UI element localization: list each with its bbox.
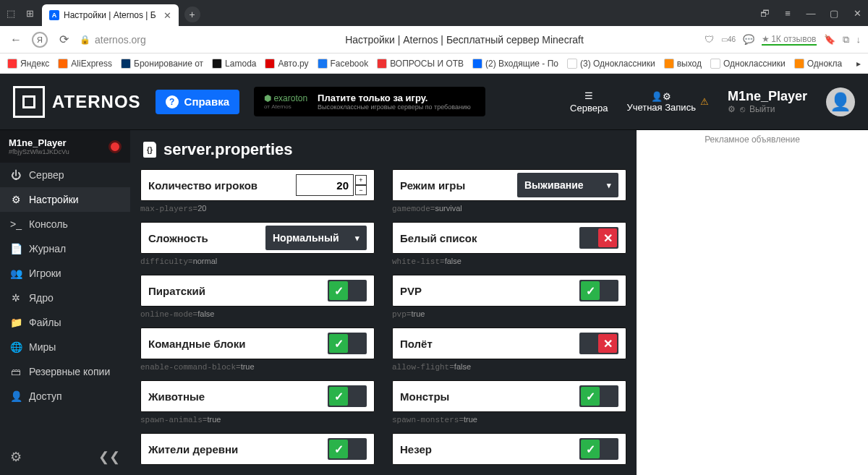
tab-favicon: A (49, 10, 59, 20)
sidebar-item-label: Сервер (29, 169, 64, 181)
address-bar[interactable]: 🔒 aternos.org (80, 34, 224, 46)
bookmark-item[interactable]: (2) Входящие - По (472, 59, 558, 69)
sidebar-item[interactable]: ✲Ядро (0, 286, 130, 310)
property: Количество игроков +−max-players=20 (140, 169, 375, 213)
sidebar-item[interactable]: 🌐Миры (0, 335, 130, 359)
server-icon: ☰ (584, 90, 593, 101)
toggle[interactable]: ✓ (328, 280, 367, 301)
promo-banner[interactable]: ⬢ exaroton от Aternos Платите только за … (254, 87, 485, 116)
url-text: aternos.org (95, 34, 146, 46)
brand-name: ATERNOS (52, 92, 141, 112)
question-icon: ? (166, 95, 179, 108)
window-add-icon[interactable]: ⊞ (23, 7, 36, 20)
restore-icon[interactable]: 🗗 (758, 7, 771, 20)
toggle[interactable]: ✕ (579, 227, 618, 249)
bookmark-item[interactable]: Бронирование от (121, 59, 203, 69)
bookmarks-overflow-icon[interactable]: ▸ (856, 59, 861, 69)
property-code: allow-flight=false (392, 362, 626, 372)
window-icon[interactable]: ⬚ (4, 7, 17, 20)
property-code: max-players=20 (140, 204, 375, 213)
bookmark-item[interactable]: (3) Одноклассники (567, 59, 655, 69)
bookmark-item[interactable]: AliExpress (58, 59, 112, 69)
sidebar-item-icon: ✲ (10, 292, 22, 304)
status-dot-icon[interactable] (109, 140, 122, 153)
sidebar-item[interactable]: 📁Файлы (0, 310, 130, 335)
sidebar-item[interactable]: 👤Доступ (0, 384, 130, 408)
property: Полёт✕allow-flight=false (392, 328, 626, 372)
close-window-icon[interactable]: ✕ (851, 7, 864, 20)
sidebar-item[interactable]: ⚙Настройки (0, 187, 130, 212)
browser-tab[interactable]: A Настройки | Aternos | Б ✕ (42, 4, 179, 26)
username: M1ne_Player (728, 89, 807, 104)
home-button[interactable]: Я (32, 32, 48, 48)
property-code: gamemode=survival (392, 204, 626, 213)
maximize-icon[interactable]: ▢ (827, 7, 841, 20)
download-icon[interactable]: ↓ (856, 34, 861, 45)
help-button[interactable]: ? Справка (156, 90, 239, 114)
shield-icon[interactable]: 🛡 (705, 34, 714, 45)
sidebar-item-label: Ядро (29, 292, 54, 304)
ad-label: Рекламное объявление (705, 134, 800, 145)
settings-icon[interactable]: ⚙ (10, 449, 22, 465)
tab-close-icon[interactable]: ✕ (163, 10, 171, 21)
bookmark-item[interactable]: Яндекс (7, 59, 49, 69)
bookmark-item[interactable]: Авто.ру (265, 59, 308, 69)
sidebar-item-icon: 📁 (10, 317, 22, 328)
toggle[interactable]: ✕ (579, 333, 618, 354)
bookmark-icon[interactable]: 🔖 (824, 34, 835, 45)
bookmark-item[interactable]: ВОПРОСЫ И ОТВ (377, 59, 464, 69)
property: Жители деревни✓ (140, 433, 375, 468)
menu-icon[interactable]: ≡ (781, 7, 794, 20)
bookmark-item[interactable]: выход (664, 59, 702, 69)
toggle[interactable]: ✓ (579, 385, 618, 407)
property: Режим игры Выживание▾gamemode=survival (392, 169, 626, 213)
servers-link[interactable]: ☰ Сервера (570, 90, 608, 114)
signout-link[interactable]: ⚙ ⎋ Выйти (728, 104, 775, 114)
browser-titlebar: ⬚ ⊞ A Настройки | Aternos | Б ✕ + 🗗 ≡ — … (0, 0, 868, 26)
sidebar-item[interactable]: 🗃Резервные копии (0, 359, 130, 384)
toggle[interactable]: ✓ (328, 438, 367, 460)
sidebar-item-icon: ⏻ (10, 169, 22, 181)
step-down[interactable]: − (355, 185, 367, 195)
bookmark-item[interactable]: Одноклассники (710, 59, 786, 69)
avatar[interactable]: 👤 (826, 87, 855, 116)
sidebar-item[interactable]: ⏻Сервер (0, 163, 130, 187)
sidebar-item-label: Миры (29, 341, 56, 353)
toggle[interactable]: ✓ (579, 438, 618, 460)
rating-badge[interactable]: ★1К отзывов (762, 34, 816, 46)
account-link[interactable]: 👤⚙ Учетная Запись ⚠ (626, 91, 709, 113)
sidebar-item[interactable]: 👥Игроки (0, 261, 130, 286)
toggle[interactable]: ✓ (328, 333, 367, 354)
collapse-sidebar-icon[interactable]: ❮❮ (98, 449, 120, 465)
sidebar-item-label: Журнал (29, 243, 66, 254)
extensions-icon[interactable]: ⧉ (843, 34, 849, 46)
new-tab-button[interactable]: + (184, 7, 200, 22)
gamemode-select[interactable]: Выживание▾ (517, 173, 618, 197)
bookmarks-bar: ЯндексAliExpressБронирование отLamodaАвт… (0, 54, 868, 74)
property-code: white-list=false (392, 257, 626, 266)
brand-logo[interactable]: ATERNOS (13, 86, 141, 118)
back-button[interactable]: ← (7, 31, 25, 48)
counter-icon[interactable]: ▭46 (721, 35, 736, 43)
sidebar-item[interactable]: >_Консоль (0, 212, 130, 236)
sidebar-item-label: Файлы (29, 317, 61, 328)
minimize-icon[interactable]: — (804, 7, 817, 20)
sidebar-item-label: Игроки (29, 268, 61, 279)
step-up[interactable]: + (355, 175, 367, 185)
toggle[interactable]: ✓ (328, 385, 367, 407)
bookmark-item[interactable]: Однокла (794, 59, 842, 69)
toggle[interactable]: ✓ (579, 280, 618, 301)
sidebar: M1ne_Player #fbjySzWlw1JKDcVu ⏻Сервер⚙На… (0, 130, 130, 475)
reload-button[interactable]: ⟳ (55, 31, 72, 48)
sidebar-item-label: Резервные копии (29, 366, 110, 377)
sidebar-item[interactable]: 📄Журнал (0, 236, 130, 261)
sidebar-item-icon: 🗃 (10, 366, 22, 377)
bookmark-item[interactable]: Lamoda (212, 59, 256, 69)
property: PVP✓pvp=true (392, 275, 626, 319)
banner-title: Платите только за игру. (318, 93, 471, 103)
bookmark-item[interactable]: Facebook (318, 59, 369, 69)
max-players-input[interactable] (296, 174, 354, 196)
page-title: Настройки | Aternos | Бесплатный сервер … (231, 34, 697, 46)
comment-icon[interactable]: 💬 (743, 34, 754, 45)
difficulty-select[interactable]: Нормальный▾ (265, 226, 367, 250)
